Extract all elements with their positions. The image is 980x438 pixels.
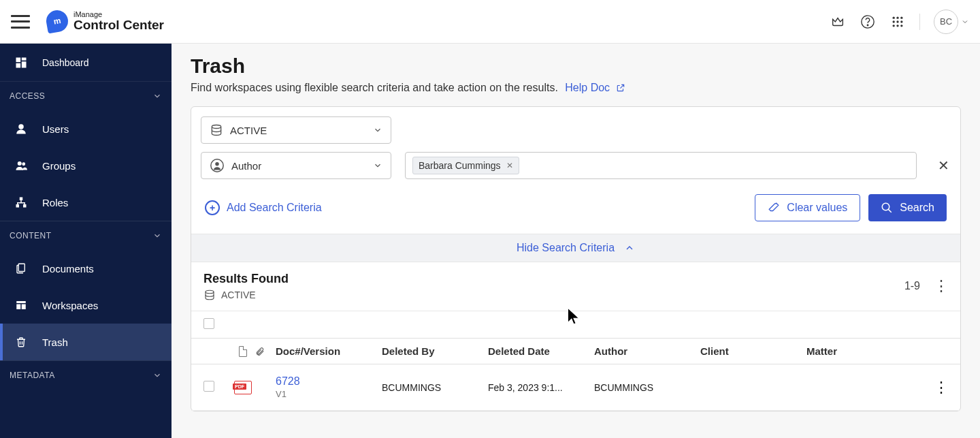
remove-criteria-row-icon[interactable]: ✕ bbox=[936, 158, 951, 173]
search-icon bbox=[881, 202, 893, 214]
col-matter[interactable]: Matter bbox=[806, 345, 928, 357]
svg-point-27 bbox=[215, 162, 219, 166]
doc-version: V1 bbox=[276, 389, 382, 399]
sidebar-item-users[interactable]: Users bbox=[0, 110, 172, 147]
dashboard-icon bbox=[14, 56, 29, 69]
results-menu-icon[interactable]: ⋮ bbox=[934, 279, 948, 294]
page-subtitle: Find workspaces using flexible search cr… bbox=[191, 82, 961, 94]
col-doc[interactable]: Doc#/Version bbox=[276, 345, 382, 357]
svg-rect-19 bbox=[16, 204, 20, 208]
svg-point-17 bbox=[22, 162, 25, 166]
sidebar-item-workspaces[interactable]: Workspaces bbox=[0, 287, 172, 324]
cell-deleted-by: BCUMMINGS bbox=[382, 382, 488, 393]
svg-rect-22 bbox=[16, 301, 26, 303]
row-checkbox[interactable] bbox=[203, 381, 214, 392]
main-content: Trash Find workspaces using flexible sea… bbox=[172, 44, 980, 438]
criteria-value-input[interactable]: Barbara Cummings ✕ bbox=[405, 152, 917, 179]
svg-point-3 bbox=[896, 16, 898, 18]
svg-point-4 bbox=[900, 16, 902, 18]
select-all-checkbox[interactable] bbox=[203, 318, 214, 329]
criteria-type-value: Author bbox=[231, 160, 261, 172]
chevron-up-icon bbox=[624, 243, 635, 253]
help-icon[interactable] bbox=[860, 14, 876, 30]
svg-point-6 bbox=[896, 20, 898, 22]
svg-point-1 bbox=[867, 25, 868, 25]
crown-icon[interactable] bbox=[830, 14, 846, 30]
remove-tag-icon[interactable]: ✕ bbox=[506, 161, 513, 170]
chevron-down-icon bbox=[373, 161, 382, 170]
user-menu[interactable]: BC bbox=[934, 10, 969, 34]
sidebar-section-access[interactable]: ACCESS bbox=[0, 82, 172, 110]
documents-icon bbox=[14, 262, 29, 275]
table-header: Doc#/Version Deleted By Deleted Date Aut… bbox=[191, 338, 960, 364]
menu-toggle-icon[interactable] bbox=[11, 15, 30, 29]
row-menu-icon[interactable]: ⋮ bbox=[934, 379, 948, 396]
svg-rect-23 bbox=[16, 304, 20, 310]
svg-point-9 bbox=[896, 25, 898, 27]
clear-values-button[interactable]: Clear values bbox=[755, 194, 860, 221]
cell-author: BCUMMINGS bbox=[594, 382, 700, 393]
page-title: Trash bbox=[191, 54, 961, 78]
results-count: 1-9 bbox=[904, 280, 920, 292]
add-criteria-button[interactable]: + Add Search Criteria bbox=[205, 200, 322, 215]
sidebar-item-groups[interactable]: Groups bbox=[0, 147, 172, 184]
pdf-icon bbox=[234, 381, 252, 394]
group-icon bbox=[14, 159, 29, 172]
svg-point-7 bbox=[900, 20, 902, 22]
sidebar-item-label: Workspaces bbox=[42, 300, 98, 311]
sidebar: Dashboard ACCESS Users Groups Roles C bbox=[0, 44, 172, 438]
chevron-down-icon bbox=[152, 91, 162, 101]
sidebar-item-roles[interactable]: Roles bbox=[0, 184, 172, 221]
svg-rect-14 bbox=[16, 63, 21, 67]
avatar: BC bbox=[934, 10, 958, 34]
col-deleted-date[interactable]: Deleted Date bbox=[488, 345, 594, 357]
sidebar-section-content[interactable]: CONTENT bbox=[0, 221, 172, 250]
sidebar-item-dashboard[interactable]: Dashboard bbox=[0, 44, 172, 82]
svg-point-28 bbox=[883, 203, 890, 210]
scope-select[interactable]: ACTIVE bbox=[201, 116, 391, 144]
hide-criteria-toggle[interactable]: Hide Search Criteria bbox=[191, 234, 960, 262]
app-header: m iManage Control Center BC bbox=[0, 0, 980, 44]
search-card: ACTIVE Author Barbara Cummings ✕ bbox=[191, 106, 961, 411]
svg-point-25 bbox=[212, 125, 220, 129]
chevron-down-icon bbox=[373, 125, 382, 135]
svg-rect-12 bbox=[22, 57, 27, 60]
sidebar-item-trash[interactable]: Trash bbox=[0, 324, 172, 360]
svg-rect-11 bbox=[16, 57, 21, 62]
col-deleted-by[interactable]: Deleted By bbox=[382, 345, 488, 357]
chevron-down-icon bbox=[961, 18, 969, 26]
sidebar-item-documents[interactable]: Documents bbox=[0, 250, 172, 287]
sidebar-item-label: Users bbox=[42, 123, 69, 135]
logo-badge-icon: m bbox=[44, 9, 69, 34]
database-icon bbox=[203, 289, 216, 301]
brand-logo[interactable]: m iManage Control Center bbox=[46, 10, 164, 33]
attachment-icon bbox=[255, 345, 276, 357]
criteria-type-select[interactable]: Author bbox=[201, 152, 391, 179]
sidebar-item-label: Documents bbox=[42, 263, 94, 275]
svg-point-8 bbox=[893, 25, 895, 27]
external-link-icon bbox=[616, 83, 625, 93]
brand-large: Control Center bbox=[74, 18, 164, 33]
col-client[interactable]: Client bbox=[700, 345, 806, 357]
table-row[interactable]: 6728 V1 BCUMMINGS Feb 3, 2023 9:1... BCU… bbox=[191, 364, 960, 411]
svg-rect-13 bbox=[22, 61, 27, 67]
filter-tag: Barbara Cummings ✕ bbox=[412, 157, 519, 174]
sidebar-item-label: Dashboard bbox=[42, 57, 89, 68]
trash-icon bbox=[14, 335, 29, 349]
sidebar-item-label: Groups bbox=[42, 160, 76, 172]
cell-deleted-date: Feb 3, 2023 9:1... bbox=[488, 382, 594, 393]
sidebar-section-metadata[interactable]: METADATA bbox=[0, 361, 172, 390]
results-title: Results Found bbox=[203, 272, 289, 286]
col-author[interactable]: Author bbox=[594, 345, 700, 357]
svg-rect-18 bbox=[20, 198, 23, 201]
svg-point-15 bbox=[18, 124, 24, 129]
database-icon bbox=[210, 123, 223, 137]
help-doc-link[interactable]: Help Doc bbox=[565, 82, 625, 93]
hierarchy-icon bbox=[14, 196, 29, 208]
svg-point-29 bbox=[206, 290, 214, 294]
svg-rect-24 bbox=[22, 304, 26, 310]
user-icon bbox=[14, 123, 29, 135]
doc-number-link[interactable]: 6728 bbox=[276, 375, 382, 388]
search-button[interactable]: Search bbox=[868, 194, 947, 221]
apps-grid-icon[interactable] bbox=[889, 14, 906, 30]
